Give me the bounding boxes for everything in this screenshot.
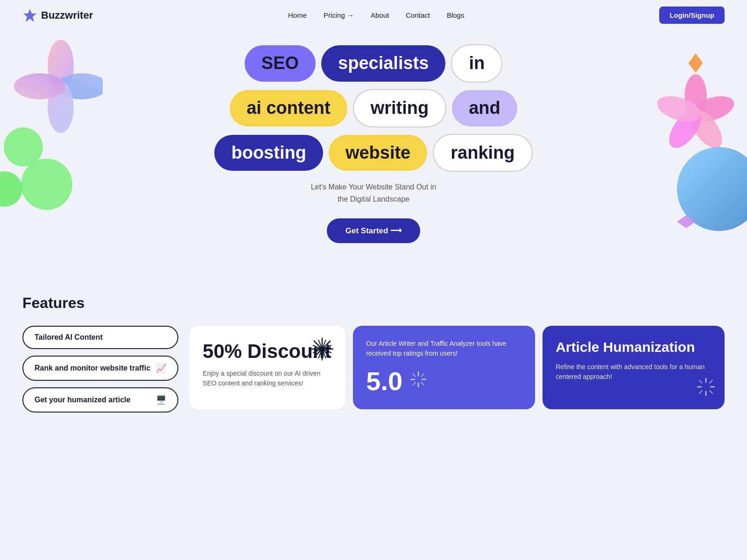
svg-line-32 — [413, 382, 416, 385]
humanization-text: Refine the content with advanced tools f… — [556, 362, 712, 382]
svg-line-40 — [699, 391, 702, 393]
svg-line-29 — [413, 374, 416, 377]
logo[interactable]: Buzzwriter — [22, 8, 93, 23]
features-list: Tailored AI Content Rank and monitor web… — [22, 326, 178, 413]
hero-words: SEO specialists in ai content writing an… — [0, 44, 747, 172]
rating-text: Our Article Writer and Traffic Analyzer … — [366, 339, 522, 358]
hero-word-ai-content: ai content — [230, 90, 347, 126]
loader-icon — [697, 378, 715, 400]
feature-item-0[interactable]: Tailored AI Content — [22, 326, 178, 349]
hero-word-in: in — [451, 44, 502, 83]
nav-blogs[interactable]: Blogs — [447, 11, 465, 19]
feature-label-2: Get your humanized article — [35, 396, 130, 404]
starburst-icon — [310, 337, 334, 366]
feature-item-1[interactable]: Rank and monitor website traffic 📈 — [22, 356, 178, 381]
svg-line-31 — [421, 374, 424, 377]
nav-about[interactable]: About — [371, 11, 389, 19]
rating-card: Our Article Writer and Traffic Analyzer … — [353, 326, 535, 409]
nav-links: Home Pricing → About Contact Blogs — [288, 11, 464, 20]
svg-marker-0 — [23, 9, 36, 22]
login-button[interactable]: Login/Signup — [659, 7, 725, 24]
features-layout: Tailored AI Content Rank and monitor web… — [22, 326, 725, 413]
humanization-title: Article Humanization — [556, 339, 712, 356]
spinner-icon — [410, 371, 427, 391]
svg-marker-15 — [677, 215, 686, 228]
nav-contact[interactable]: Contact — [406, 11, 430, 19]
hero-word-writing: writing — [353, 89, 447, 127]
hero-row-3: boosting website ranking — [214, 134, 532, 172]
cards-area: 50% Discount Enjoy a special discount on… — [190, 326, 725, 409]
svg-line-38 — [710, 391, 712, 393]
discount-text: Enjoy a special discount on our AI drive… — [203, 369, 332, 388]
hero-row-2: ai content writing and — [230, 89, 517, 127]
monitor-icon: 🖥️ — [156, 395, 166, 405]
get-started-button[interactable]: Get Started ⟶ — [327, 218, 420, 243]
hero-word-and: and — [452, 90, 517, 126]
discount-card: 50% Discount Enjoy a special discount on… — [190, 326, 345, 409]
feature-item-2[interactable]: Get your humanized article 🖥️ — [22, 387, 178, 413]
logo-icon — [22, 8, 37, 23]
hero-word-ranking: ranking — [433, 134, 532, 172]
navbar: Buzzwriter Home Pricing → About Contact … — [0, 0, 747, 30]
humanization-card: Article Humanization Refine the content … — [543, 326, 725, 409]
hero-word-seo: SEO — [245, 45, 316, 82]
hero-subtitle: Let's Make Your Website Stand Out in the… — [0, 181, 747, 205]
nav-home[interactable]: Home — [288, 11, 307, 19]
features-section: Features Tailored AI Content Rank and mo… — [0, 271, 747, 441]
rating-score: 5.0 — [366, 366, 522, 396]
chart-icon: 📈 — [156, 363, 166, 373]
hero-word-boosting: boosting — [214, 135, 323, 171]
svg-line-37 — [699, 380, 702, 383]
svg-point-7 — [0, 171, 22, 207]
hero-section: SEO specialists in ai content writing an… — [0, 30, 747, 271]
svg-line-30 — [421, 382, 424, 385]
feature-label-0: Tailored AI Content — [35, 333, 103, 342]
hero-row-1: SEO specialists in — [245, 44, 502, 83]
feature-label-1: Rank and monitor website traffic — [35, 364, 150, 372]
nav-pricing[interactable]: Pricing → — [324, 11, 354, 19]
features-title: Features — [22, 294, 725, 312]
hero-word-website: website — [329, 135, 427, 171]
hero-word-specialists: specialists — [321, 45, 445, 82]
svg-line-39 — [710, 380, 712, 383]
